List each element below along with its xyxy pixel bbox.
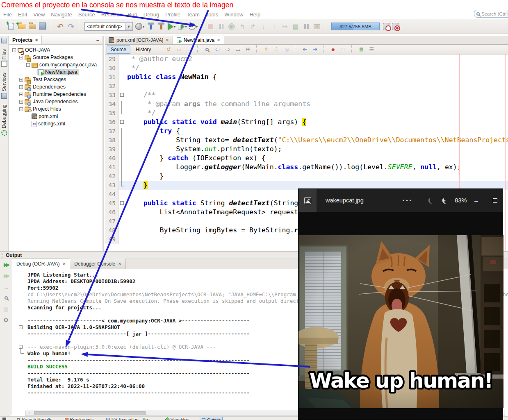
menu-navigate[interactable]: Navigate: [51, 11, 72, 18]
find-selection-button[interactable]: [203, 45, 212, 54]
code-fold-icon[interactable]: -: [120, 93, 124, 97]
statusbar-variables[interactable]: Variables: [164, 417, 191, 420]
tree-expander-icon[interactable]: +: [19, 100, 23, 104]
menu-file[interactable]: File: [3, 11, 12, 18]
window-menu-icon[interactable]: [2, 418, 6, 420]
photos-title-bar[interactable]: wakeupcat.jpg ••• − + 83% – ×: [298, 189, 503, 212]
search-box[interactable]: Search (Ctrl+I): [474, 10, 508, 18]
tree-row[interactable]: -OCR-JAVA: [9, 46, 103, 54]
minimize-panel-button[interactable]: –: [96, 37, 99, 43]
source-view-button[interactable]: Source: [107, 45, 130, 54]
close-icon[interactable]: ×: [217, 38, 220, 42]
step-over-expression-button[interactable]: ↱: [248, 21, 258, 32]
run-to-cursor-button[interactable]: ↦: [280, 21, 290, 32]
next-occurrence-button[interactable]: ⇩: [272, 45, 281, 54]
find-previous-button[interactable]: ⇦: [213, 45, 222, 54]
tree-row[interactable]: +Test Packages: [9, 76, 103, 83]
menu-help[interactable]: Help: [249, 11, 260, 18]
toggle-highlight-button[interactable]: ▭: [233, 45, 242, 54]
menu-window[interactable]: Window: [224, 11, 243, 18]
window-icon[interactable]: [1, 38, 7, 43]
tree-expander-icon[interactable]: -: [19, 56, 23, 59]
code-line-31[interactable]: 31public class NewMain {: [105, 73, 508, 82]
zoom-out-button[interactable]: −: [428, 198, 430, 202]
history-view-button[interactable]: History: [132, 45, 155, 54]
new-project-button[interactable]: [16, 21, 27, 32]
code-line-40[interactable]: 40 } catch (IOException ex) {: [105, 154, 508, 163]
editor-tab-newmain[interactable]: NewMain.java ×: [173, 36, 224, 44]
console-fold-icon[interactable]: -: [19, 325, 23, 329]
output-settings-button[interactable]: ⚙: [2, 316, 10, 324]
rail-tab-debugging[interactable]: Debugging: [1, 104, 7, 136]
close-icon[interactable]: ×: [35, 38, 38, 42]
statusbar-search-results[interactable]: Search Results: [15, 417, 54, 420]
previous-occurrence-button[interactable]: ⇧: [262, 45, 271, 54]
apply-code-changes-button[interactable]: ▤: [290, 21, 301, 32]
rerun-debug-button[interactable]: ▶▶: [2, 272, 10, 279]
debug-button[interactable]: ▾: [177, 21, 188, 32]
tree-row[interactable]: -Project Files: [9, 105, 103, 113]
resume-button[interactable]: →: [2, 283, 10, 291]
snapshot-button[interactable]: [312, 21, 322, 32]
rerun-button[interactable]: ▶▶: [2, 261, 10, 268]
clean-build-button[interactable]: [156, 21, 166, 32]
code-line-32[interactable]: 32: [105, 82, 508, 91]
config-dropdown[interactable]: <default config> ▼: [84, 22, 133, 31]
profile-stop-icon[interactable]: [392, 23, 399, 30]
output-tab-debug[interactable]: Debug (OCR-JAVA) ×: [12, 259, 70, 269]
step-into-button[interactable]: ↓: [258, 21, 269, 32]
rectangular-selection-button[interactable]: ⊞: [244, 45, 253, 54]
statusbar-breakpoints[interactable]: Breakpoints: [63, 417, 96, 420]
redo-button[interactable]: ↷: [66, 21, 76, 32]
memory-indicator[interactable]: 327.5/755.5MB: [331, 23, 380, 30]
menu-tools[interactable]: Tools: [206, 11, 218, 18]
tree-expander-icon[interactable]: +: [19, 78, 23, 82]
tree-row[interactable]: settings.xml: [9, 120, 103, 127]
tree-expander-icon[interactable]: +: [19, 93, 23, 96]
undo-button[interactable]: ↶: [55, 21, 66, 32]
tree-row[interactable]: +Java Dependencies: [9, 98, 103, 105]
pause-debug-button[interactable]: [301, 21, 312, 32]
code-line-41[interactable]: 41 Logger.getLogger(NewMain.class.getNam…: [105, 163, 508, 172]
open-project-button[interactable]: [27, 21, 38, 32]
tree-expander-icon[interactable]: -: [26, 63, 30, 67]
tree-row[interactable]: NewMain.java: [9, 68, 103, 76]
close-icon[interactable]: ×: [63, 262, 66, 266]
menu-refactor[interactable]: Refactor: [101, 11, 121, 18]
profile-button[interactable]: ▾: [188, 21, 198, 32]
tree-row[interactable]: +Dependencies: [9, 83, 103, 91]
rail-tab-services[interactable]: Services: [1, 73, 7, 99]
output-tab-debugger-console[interactable]: Debugger Console ×: [70, 259, 126, 269]
rail-tab-files[interactable]: Files: [1, 49, 7, 67]
new-file-button[interactable]: [6, 21, 16, 32]
continue-button[interactable]: [226, 21, 237, 32]
see-more-button[interactable]: •••: [403, 198, 413, 204]
code-fold-icon[interactable]: -: [120, 201, 124, 205]
tree-expander-icon[interactable]: -: [12, 48, 16, 52]
back-button[interactable]: ⇦: [174, 45, 183, 54]
code-line-29[interactable]: 29 * @author eucm2: [105, 54, 508, 64]
step-out-button[interactable]: ↑: [269, 21, 280, 32]
close-icon[interactable]: ×: [166, 38, 169, 42]
code-fold-icon[interactable]: -: [120, 120, 124, 124]
statusbar-ev-execution-pro-[interactable]: EV Execution - Pro...: [105, 417, 155, 420]
photos-app-button[interactable]: [298, 189, 317, 212]
code-line-42[interactable]: 42 }: [105, 172, 508, 181]
code-line-37[interactable]: 37 try {: [105, 127, 508, 136]
close-button[interactable]: ×: [504, 189, 508, 212]
tree-row[interactable]: pom.xml: [9, 113, 103, 120]
tree-expander-icon[interactable]: +: [19, 85, 23, 89]
menu-run[interactable]: Run: [128, 11, 137, 18]
run-button[interactable]: ▾: [166, 21, 177, 32]
editor-tab-pom[interactable]: pom.xml [OCR-JAVA] ×: [105, 36, 173, 44]
shift-left-button[interactable]: ⇤: [300, 45, 309, 54]
code-line-39[interactable]: 39 System.out.println(texto);: [105, 145, 508, 154]
minimize-button[interactable]: –: [467, 189, 485, 212]
menu-view[interactable]: View: [33, 11, 45, 18]
shift-right-button[interactable]: ⇥: [310, 45, 319, 54]
find-in-output-button[interactable]: [2, 294, 10, 302]
scroll-left-arrow[interactable]: ‹: [26, 411, 32, 415]
scrollbar-thumb[interactable]: [34, 411, 146, 415]
menu-profile[interactable]: Profile: [165, 11, 180, 18]
code-line-35[interactable]: 35 */: [105, 109, 508, 118]
